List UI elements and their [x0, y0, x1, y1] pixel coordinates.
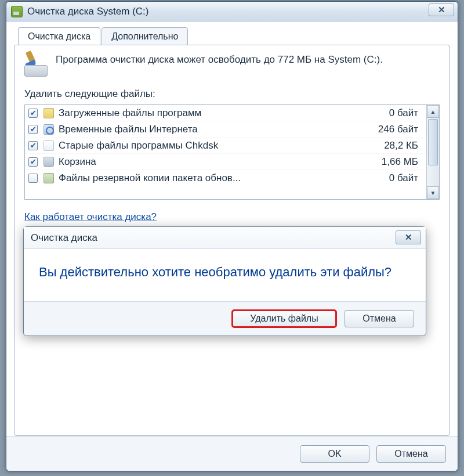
- cancel-button[interactable]: Отмена: [376, 445, 446, 463]
- file-size: 28,2 КБ: [365, 140, 423, 152]
- file-rows: ✔Загруженные файлы программ0 байт✔Времен…: [25, 105, 426, 199]
- tab-cleanup[interactable]: Очистка диска: [18, 27, 100, 45]
- checkbox[interactable]: ✔: [28, 109, 38, 118]
- checkbox[interactable]: [28, 174, 38, 183]
- help-link[interactable]: Как работает очистка диска?: [24, 211, 157, 223]
- file-name: Корзина: [59, 156, 365, 168]
- disk-brush-icon: [24, 53, 48, 77]
- window-close-button[interactable]: ✕: [429, 3, 454, 16]
- scroll-down-button[interactable]: ▼: [427, 186, 439, 199]
- tab-strip: Очистка диска Дополнительно: [18, 27, 449, 45]
- close-icon: ✕: [405, 232, 412, 243]
- checkbox[interactable]: ✔: [28, 125, 38, 134]
- confirm-delete-button[interactable]: Удалить файлы: [232, 310, 336, 327]
- list-item[interactable]: ✔Временные файлы Интернета246 байт: [25, 121, 426, 138]
- scroll-track[interactable]: [427, 118, 439, 186]
- file-type-icon: [44, 157, 54, 167]
- file-type-icon: [44, 124, 54, 135]
- window-title: Очистка диска System (C:): [27, 6, 148, 17]
- list-label: Удалить следующие файлы:: [24, 88, 440, 100]
- file-type-icon: [44, 108, 54, 118]
- file-type-icon: [44, 173, 54, 183]
- ok-button[interactable]: OK: [300, 445, 369, 463]
- file-size: 246 байт: [365, 124, 423, 135]
- list-item[interactable]: ✔Загруженные файлы программ0 байт: [25, 105, 426, 121]
- list-item[interactable]: ✔Корзина1,66 МБ: [25, 154, 426, 170]
- list-item[interactable]: Файлы резервной копии пакета обнов...0 б…: [25, 170, 426, 186]
- file-size: 1,66 МБ: [365, 156, 423, 168]
- confirm-titlebar[interactable]: Очистка диска ✕: [24, 227, 426, 249]
- file-name: Старые файлы программы Chkdsk: [59, 140, 365, 152]
- checkbox[interactable]: ✔: [28, 141, 38, 150]
- list-item[interactable]: ✔Старые файлы программы Chkdsk28,2 КБ: [25, 138, 426, 154]
- confirm-message: Вы действительно хотите необратимо удали…: [24, 249, 426, 301]
- window-footer: OK Отмена: [6, 436, 458, 471]
- checkbox[interactable]: ✔: [28, 157, 38, 167]
- confirm-title-text: Очистка диска: [31, 232, 97, 244]
- file-name: Временные файлы Интернета: [59, 124, 365, 135]
- intro-block: Программа очистки диска может освободить…: [24, 53, 440, 77]
- scrollbar: ▲ ▼: [426, 105, 439, 199]
- file-name: Файлы резервной копии пакета обнов...: [59, 172, 365, 184]
- close-icon: ✕: [438, 5, 445, 15]
- tab-more[interactable]: Дополнительно: [102, 27, 188, 45]
- confirm-cancel-button[interactable]: Отмена: [345, 310, 414, 327]
- file-size: 0 байт: [365, 107, 423, 119]
- file-name: Загруженные файлы программ: [59, 107, 365, 119]
- scroll-thumb[interactable]: [428, 119, 438, 165]
- file-type-icon: [44, 140, 54, 151]
- confirm-footer: Удалить файлы Отмена: [24, 301, 426, 336]
- confirm-close-button[interactable]: ✕: [396, 230, 421, 244]
- intro-text: Программа очистки диска может освободить…: [56, 53, 440, 66]
- file-size: 0 байт: [365, 172, 423, 184]
- confirm-dialog: Очистка диска ✕ Вы действительно хотите …: [23, 226, 426, 336]
- disk-cleanup-icon: [11, 6, 23, 17]
- file-list: ✔Загруженные файлы программ0 байт✔Времен…: [24, 104, 440, 200]
- scroll-up-button[interactable]: ▲: [427, 105, 439, 118]
- titlebar[interactable]: Очистка диска System (C:) ✕: [6, 2, 458, 21]
